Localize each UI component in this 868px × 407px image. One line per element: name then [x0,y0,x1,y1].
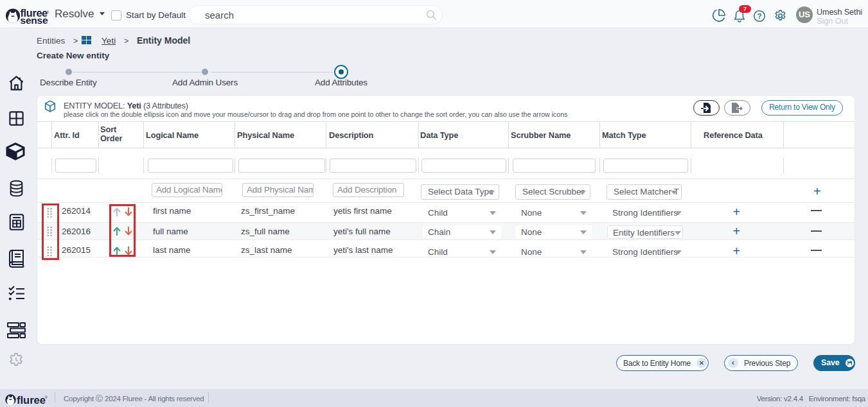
svg-text:fluree: fluree [17,394,46,406]
svg-text:sense: sense [21,15,49,24]
svg-text:?: ? [757,12,762,20]
svg-text:®: ® [45,395,48,399]
svg-text:®: ® [47,10,49,14]
